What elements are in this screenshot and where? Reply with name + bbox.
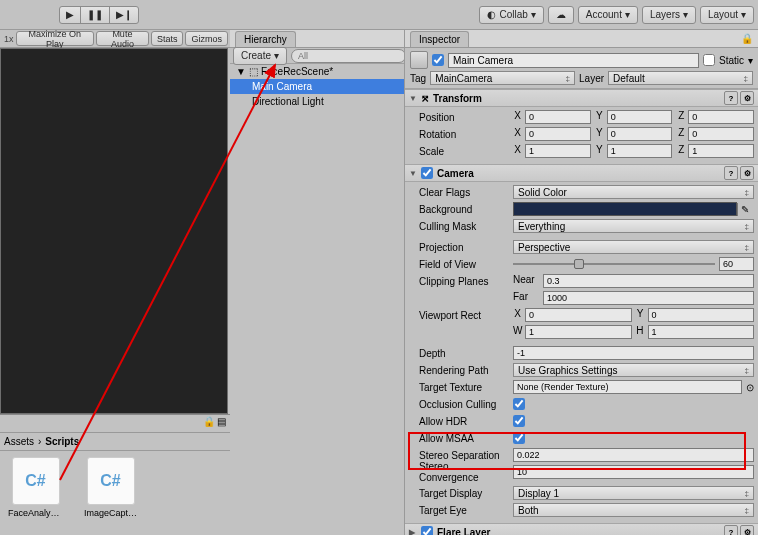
layout-button[interactable]: Layout ▾	[700, 6, 754, 24]
collab-label: Collab	[499, 9, 527, 20]
gizmos-toggle[interactable]: Gizmos	[185, 31, 228, 46]
projection-label: Projection	[409, 242, 509, 253]
viewport-h-field[interactable]: 1	[648, 325, 755, 339]
allow-hdr-toggle[interactable]	[513, 415, 525, 427]
stereo-conv-field[interactable]: 10	[513, 465, 754, 479]
breadcrumb-assets[interactable]: Assets	[4, 436, 34, 447]
transform-header[interactable]: ▼ ⤧ Transform ?⚙	[405, 90, 758, 107]
camera-enable-toggle[interactable]	[421, 167, 433, 179]
gameobject-active-toggle[interactable]	[432, 54, 444, 66]
asset-image-capture[interactable]: C# ImageCapt…	[83, 457, 138, 518]
projection-dropdown[interactable]: Perspective	[513, 240, 754, 254]
hierarchy-item-main-camera[interactable]: Main Camera	[230, 79, 404, 94]
far-clip-field[interactable]: 1000	[543, 291, 754, 305]
target-texture-field[interactable]: None (Render Texture)	[513, 380, 742, 394]
gear-icon[interactable]: ⚙	[740, 166, 754, 180]
scene-row[interactable]: ▼ ⬚FaceRecScene*	[230, 64, 404, 79]
gear-icon[interactable]: ⚙	[740, 525, 754, 535]
occlusion-culling-label: Occlusion Culling	[409, 399, 509, 410]
target-display-dropdown[interactable]: Display 1	[513, 486, 754, 500]
fov-slider[interactable]: 60	[513, 257, 754, 271]
layers-button[interactable]: Layers ▾	[642, 6, 696, 24]
fov-value-field[interactable]: 60	[719, 257, 754, 271]
background-label: Background	[409, 204, 509, 215]
pause-button[interactable]: ❚❚	[80, 6, 110, 24]
near-clip-field[interactable]: 0.3	[543, 274, 754, 288]
culling-mask-dropdown[interactable]: Everything	[513, 219, 754, 233]
hierarchy-create-button[interactable]: Create ▾	[233, 47, 287, 65]
foldout-icon: ▼	[409, 169, 417, 178]
flare-layer-header[interactable]: ▶Flare Layer?⚙	[405, 524, 758, 535]
tag-dropdown[interactable]: MainCamera	[430, 71, 575, 85]
scale-x-field[interactable]: 1	[525, 144, 591, 158]
asset-label: ImageCapt…	[83, 508, 138, 518]
allow-msaa-toggle[interactable]	[513, 432, 525, 444]
allow-hdr-label: Allow HDR	[409, 416, 509, 427]
rendering-path-dropdown[interactable]: Use Graphics Settings	[513, 363, 754, 377]
layer-dropdown[interactable]: Default	[608, 71, 753, 85]
game-viewport	[0, 48, 228, 414]
step-button[interactable]: ▶❙	[109, 6, 139, 24]
gameobject-name-input[interactable]	[448, 53, 699, 68]
help-icon[interactable]: ?	[724, 166, 738, 180]
tag-value: MainCamera	[435, 73, 492, 84]
maximize-on-play-toggle[interactable]: Maximize On Play	[16, 31, 94, 46]
hierarchy-tab[interactable]: Hierarchy	[235, 31, 296, 47]
rendering-path-label: Rendering Path	[409, 365, 509, 376]
position-x-field[interactable]: 0	[525, 110, 591, 124]
rotation-y-field[interactable]: 0	[607, 127, 673, 141]
object-picker-icon[interactable]: ⊙	[746, 382, 754, 393]
position-y-field[interactable]: 0	[607, 110, 673, 124]
occlusion-culling-toggle[interactable]	[513, 398, 525, 410]
culling-mask-label: Culling Mask	[409, 221, 509, 232]
target-eye-dropdown[interactable]: Both	[513, 503, 754, 517]
scale-z-field[interactable]: 1	[688, 144, 754, 158]
gear-icon[interactable]: ⚙	[740, 91, 754, 105]
help-icon[interactable]: ?	[724, 525, 738, 535]
rotation-label: Rotation	[409, 129, 509, 140]
far-label: Far	[513, 291, 539, 305]
viewport-x-field[interactable]: 0	[525, 308, 632, 322]
collab-button[interactable]: ◐ Collab ▾	[479, 6, 543, 24]
scale-label: Scale	[409, 146, 509, 157]
layer-label: Layer	[579, 73, 604, 84]
csharp-script-icon: C#	[87, 457, 135, 505]
background-color-swatch[interactable]	[513, 202, 737, 216]
play-button[interactable]: ▶	[59, 6, 81, 24]
camera-header[interactable]: ▼ Camera ?⚙	[405, 165, 758, 182]
scene-name: FaceRecScene*	[261, 65, 333, 78]
stats-toggle[interactable]: Stats	[151, 31, 184, 46]
position-z-field[interactable]: 0	[688, 110, 754, 124]
cloud-button[interactable]: ☁	[548, 6, 574, 24]
flare-enable-toggle[interactable]	[421, 526, 433, 535]
depth-field[interactable]: -1	[513, 346, 754, 360]
clear-flags-dropdown[interactable]: Solid Color	[513, 185, 754, 199]
inspector-tab[interactable]: Inspector	[410, 31, 469, 47]
viewport-w-field[interactable]: 1	[525, 325, 632, 339]
mute-audio-toggle[interactable]: Mute Audio	[96, 31, 149, 46]
asset-face-analysis[interactable]: C# FaceAnalys…	[8, 457, 63, 518]
layers-label: Layers	[650, 9, 680, 20]
gameobject-icon[interactable]	[410, 51, 428, 69]
chevron-right-icon: ›	[38, 436, 41, 447]
x-label: X	[513, 110, 521, 124]
account-button[interactable]: Account ▾	[578, 6, 638, 24]
component-title: Flare Layer	[437, 527, 490, 536]
rotation-z-field[interactable]: 0	[688, 127, 754, 141]
stereo-sep-field[interactable]: 0.022	[513, 448, 754, 462]
lock-icon[interactable]: 🔒	[203, 416, 215, 431]
scale-y-field[interactable]: 1	[607, 144, 673, 158]
help-icon[interactable]: ?	[724, 91, 738, 105]
csharp-script-icon: C#	[12, 457, 60, 505]
component-title: Transform	[433, 93, 482, 104]
y-label: Y	[595, 110, 603, 124]
viewport-y-field[interactable]: 0	[648, 308, 755, 322]
allow-msaa-label: Allow MSAA	[409, 433, 509, 444]
breadcrumb-scripts[interactable]: Scripts	[45, 436, 79, 447]
hierarchy-search-input[interactable]	[291, 49, 406, 63]
rotation-x-field[interactable]: 0	[525, 127, 591, 141]
static-toggle[interactable]	[703, 54, 715, 66]
menu-icon[interactable]: ▤	[217, 416, 226, 431]
hierarchy-item-directional-light[interactable]: Directional Light	[230, 94, 404, 109]
lock-icon[interactable]: 🔒	[741, 33, 753, 44]
